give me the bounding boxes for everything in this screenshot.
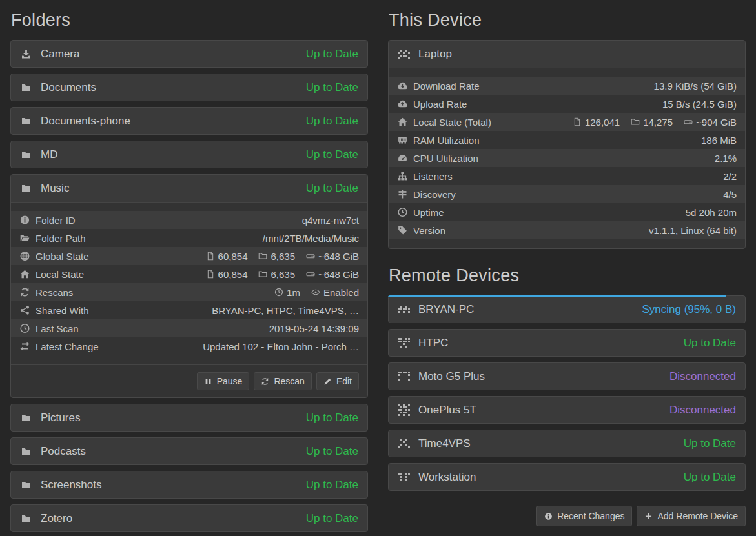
device-name: BRYAN-PC	[418, 303, 474, 316]
detail-row-listeners: Listeners 2/2	[389, 167, 745, 185]
folder-row-camera[interactable]: Camera Up to Date	[10, 40, 368, 68]
folder-status: Up to Date	[306, 182, 358, 195]
folder-name: Camera	[41, 48, 79, 61]
pencil-icon	[323, 377, 332, 386]
refresh-icon	[19, 287, 30, 297]
directory-icon	[258, 252, 267, 261]
folder-status: Up to Date	[306, 81, 358, 94]
tachometer-icon	[397, 153, 408, 163]
files-count: 60,854	[206, 269, 248, 280]
size-value: ~648 GiB	[306, 269, 359, 280]
device-row-htpc[interactable]: HTPC Up to Date	[388, 329, 746, 357]
device-row-moto-g5-plus[interactable]: Moto G5 Plus Disconnected	[388, 362, 746, 390]
add-remote-device-button[interactable]: Add Remote Device	[637, 506, 746, 526]
folder-name: MD	[41, 148, 57, 161]
exchange-icon	[19, 341, 30, 352]
files-count: 126,041	[573, 117, 620, 128]
folder-row-documents[interactable]: Documents Up to Date	[10, 74, 368, 101]
signpost-icon	[397, 189, 408, 199]
home-icon	[397, 117, 408, 127]
detail-label: Rescans	[36, 287, 73, 298]
folder-row-screenshots[interactable]: Screenshots Up to Date	[10, 471, 368, 499]
detail-row-latest-change: Latest Change Updated 102 - Elton John -…	[11, 337, 367, 355]
detail-value: Updated 102 - Elton John - Porch …	[203, 341, 359, 352]
detail-label: Latest Change	[36, 341, 99, 352]
detail-row-global-state: Global State 60,854 6,635 ~648 GiB	[11, 247, 367, 265]
folder-name: Podcasts	[41, 445, 86, 458]
folder-panel-music: Music Up to Date Folder ID q4vmz-nw7ct F…	[10, 174, 368, 398]
folder-status: Up to Date	[306, 115, 358, 128]
device-identicon	[398, 372, 410, 381]
folder-icon	[20, 116, 32, 126]
folder-row-documents-phone[interactable]: Documents-phone Up to Date	[10, 107, 368, 135]
device-row-laptop[interactable]: Laptop	[389, 41, 745, 68]
folder-row-podcasts[interactable]: Podcasts Up to Date	[10, 437, 368, 465]
device-identicon	[398, 473, 410, 481]
music-actions: Pause Rescan Edit	[11, 364, 367, 397]
files-count: 60,854	[206, 251, 248, 262]
device-name: Laptop	[418, 48, 452, 61]
sitemap-icon	[397, 171, 408, 181]
detail-row-local-state: Local State 60,854 6,635 ~648 GiB	[11, 265, 367, 283]
rescan-interval: 1m	[274, 287, 300, 298]
detail-label: Last Scan	[36, 323, 79, 334]
share-icon	[19, 305, 30, 315]
folder-row-pictures[interactable]: Pictures Up to Date	[10, 404, 368, 432]
detail-label: Folder ID	[36, 215, 76, 226]
directory-icon	[631, 117, 640, 126]
hdd-icon	[684, 117, 693, 126]
detail-value: /mnt/2TB/Media/Music	[263, 233, 359, 244]
music-details: Folder ID q4vmz-nw7ct Folder Path /mnt/2…	[11, 203, 367, 364]
file-icon	[206, 270, 215, 279]
device-identicon	[398, 338, 410, 348]
detail-row-download-rate: Download Rate 13.9 KiB/s (54 GiB)	[389, 77, 745, 95]
device-identicon	[398, 404, 410, 416]
device-row-workstation[interactable]: Workstation Up to Date	[388, 463, 746, 491]
clock-icon	[274, 288, 283, 297]
device-name: HTPC	[418, 337, 448, 350]
device-status: Syncing (95%, 0 B)	[642, 303, 736, 316]
detail-row-local-state-total: Local State (Total) 126,041 14,275 ~904 …	[389, 113, 745, 131]
device-row-time4vps[interactable]: Time4VPS Up to Date	[388, 430, 746, 457]
folder-row-md[interactable]: MD Up to Date	[10, 141, 368, 168]
folder-name: Pictures	[41, 412, 80, 424]
detail-label: Local State	[36, 269, 84, 280]
detail-row-folder-id: Folder ID q4vmz-nw7ct	[11, 211, 367, 229]
edit-button[interactable]: Edit	[316, 372, 359, 390]
info-icon	[544, 512, 553, 521]
device-row-bryan-pc[interactable]: BRYAN-PC Syncing (95%, 0 B)	[388, 295, 746, 323]
detail-value: BRYAN-PC, HTPC, Time4VPS, …	[212, 305, 359, 316]
folder-open-icon	[19, 233, 30, 243]
size-value: ~648 GiB	[306, 251, 359, 262]
device-row-oneplus-5t[interactable]: OnePlus 5T Disconnected	[388, 396, 746, 424]
detail-value: 2019-05-24 14:39:09	[269, 323, 359, 334]
folder-row-music[interactable]: Music Up to Date	[11, 175, 367, 203]
recent-changes-button[interactable]: Recent Changes	[536, 506, 632, 526]
refresh-icon	[261, 377, 269, 386]
folder-status: Up to Date	[306, 412, 358, 424]
detail-row-last-scan: Last Scan 2019-05-24 14:39:09	[11, 319, 367, 337]
device-status: Up to Date	[684, 337, 736, 350]
detail-label: Folder Path	[36, 233, 86, 244]
folder-status: Up to Date	[306, 148, 358, 161]
detail-row-shared-with: Shared With BRYAN-PC, HTPC, Time4VPS, …	[11, 301, 367, 319]
pause-button[interactable]: Pause	[197, 372, 250, 390]
clock-icon	[19, 323, 30, 333]
hdd-icon	[306, 270, 315, 279]
device-status: Up to Date	[684, 471, 736, 484]
remote-devices-title: Remote Devices	[389, 266, 746, 286]
device-name: Moto G5 Plus	[418, 370, 485, 383]
home-icon	[19, 269, 30, 279]
folder-status: Up to Date	[306, 512, 358, 525]
info-icon	[19, 215, 30, 225]
dirs-count: 14,275	[631, 117, 673, 128]
memory-icon	[397, 135, 408, 145]
detail-row-uptime: Uptime 5d 20h 20m	[389, 203, 745, 221]
folder-row-zotero[interactable]: Zotero Up to Date	[10, 504, 368, 532]
folder-icon	[20, 83, 32, 93]
folder-icon	[20, 480, 32, 490]
rescan-button[interactable]: Rescan	[254, 372, 311, 390]
folders-column: Folders Camera Up to Date Documents Up t…	[10, 9, 368, 536]
devices-column: This Device Laptop Download Rate 13.9 Ki…	[388, 9, 746, 536]
detail-value: q4vmz-nw7ct	[302, 215, 359, 226]
